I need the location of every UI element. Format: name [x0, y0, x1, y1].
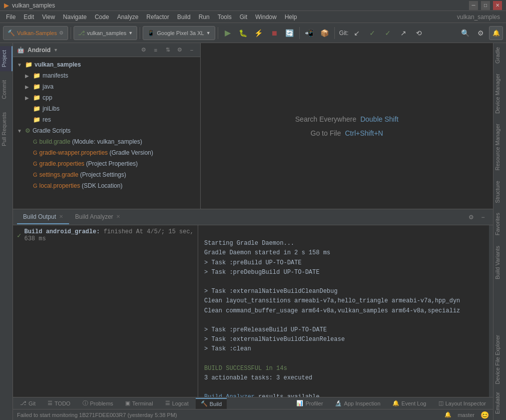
build-variants-label[interactable]: Build Variants: [493, 242, 506, 283]
build-analyzer-link[interactable]: Build Analyzer: [204, 393, 255, 397]
close-panel-icon[interactable]: −: [187, 46, 196, 55]
sync-button[interactable]: 🔄: [283, 26, 297, 40]
git-commit-button[interactable]: ✓: [365, 26, 379, 40]
git-update-button[interactable]: ↙: [350, 26, 364, 40]
tree-item-root[interactable]: ▼ 📁 vulkan_samples: [13, 59, 200, 70]
profile-button[interactable]: ⚡: [252, 26, 266, 40]
editor-area: Search Everywhere Double Shift Go to Fil…: [201, 43, 493, 209]
settings-button[interactable]: ⚙: [473, 26, 487, 40]
tab-todo[interactable]: ☰ TODO: [43, 398, 76, 409]
pull-requests-label[interactable]: Pull Requests: [0, 108, 13, 150]
goto-hint-row: Go to File Ctrl+Shift+N: [311, 129, 383, 137]
menu-item-build[interactable]: Build: [173, 13, 195, 22]
tree-item-build-gradle[interactable]: G build.gradle (Module: vulkan_samples): [13, 136, 200, 147]
device-file-explorer-label[interactable]: Device File Explorer: [493, 331, 506, 388]
structure-label[interactable]: Structure: [493, 177, 506, 207]
branch-status[interactable]: master: [457, 412, 474, 418]
resource-manager-label[interactable]: Resource Manager: [493, 120, 506, 175]
collapse-all-icon[interactable]: ≡: [151, 46, 160, 55]
favorites-label[interactable]: Favorites: [493, 209, 506, 239]
tab-build-analyzer[interactable]: Build Analyzer ✕: [69, 210, 126, 224]
gear-icon[interactable]: ⚙: [175, 46, 184, 55]
branch-dropdown[interactable]: ⎇ vulkan_samples ▼: [74, 26, 138, 40]
tree-item-jnilibs[interactable]: 📁 jniLibs: [13, 103, 200, 114]
menu-item-run[interactable]: Run: [195, 13, 214, 22]
tree-item-manifests[interactable]: ▶ 📁 manifests: [13, 70, 200, 81]
menu-item-git[interactable]: Git: [236, 13, 251, 22]
menu-item-edit[interactable]: Edit: [20, 13, 38, 22]
tab-git[interactable]: ⎇ Git: [15, 398, 41, 409]
run-button[interactable]: ▶: [221, 26, 235, 40]
log-line-5: > Task :externalNativeBuildCleanDebug: [204, 288, 337, 295]
log-line-11: BUILD SUCCESSFUL in 14s: [204, 365, 287, 372]
device-manager-label[interactable]: Device Manager: [493, 70, 506, 118]
tree-item-gradle-scripts[interactable]: ▼ ⚙ Gradle Scripts: [13, 125, 200, 136]
tab-event-log[interactable]: 🔔 Event Log: [387, 398, 431, 409]
settings-icon[interactable]: ⚙: [139, 46, 148, 55]
notifications-icon[interactable]: 🔔: [444, 411, 451, 418]
menu-item-view[interactable]: View: [38, 13, 59, 22]
tab-layout-inspector[interactable]: ◫ Layout Inspector: [433, 398, 491, 409]
tree-item-gradle-properties[interactable]: G gradle.properties (Project Properties): [13, 158, 200, 169]
log-line-8: > Task :preReleaseBuild UP-TO-DATE: [204, 326, 327, 333]
build-sidebar: ✓ Build android_gradle: finished At 4/5/…: [13, 225, 198, 397]
stop-button[interactable]: ⏹: [267, 26, 281, 40]
tab-build[interactable]: 🔨 Build: [196, 398, 227, 409]
tab-profiler[interactable]: 📊 Profiler: [291, 398, 328, 409]
minimize-button[interactable]: ─: [469, 1, 478, 10]
gradle-panel-label[interactable]: Gradle: [493, 43, 506, 68]
build-scrollbar[interactable]: [489, 225, 493, 397]
tab-build-output-close[interactable]: ✕: [59, 214, 63, 219]
tree-item-res[interactable]: 📁 res: [13, 114, 200, 125]
commit-panel-label[interactable]: Commit: [0, 76, 13, 103]
menu-item-file[interactable]: File: [2, 13, 20, 22]
tab-build-analyzer-close[interactable]: ✕: [116, 214, 120, 219]
tree-item-settings-gradle[interactable]: G settings.gradle (Project Settings): [13, 169, 200, 180]
sort-icon[interactable]: ⇅: [163, 46, 172, 55]
tab-logcat[interactable]: ☰ Logcat: [160, 398, 194, 409]
git-history-button[interactable]: ↗: [396, 26, 410, 40]
device-dropdown[interactable]: 📱 Google Pixel 3a XL ▼: [143, 26, 215, 40]
avd-button[interactable]: 📲: [302, 26, 316, 40]
menu-item-window[interactable]: Window: [251, 13, 281, 22]
tab-terminal[interactable]: ▣ Terminal: [120, 398, 158, 409]
notifications-button[interactable]: 🔔: [489, 26, 503, 40]
search-button[interactable]: 🔍: [458, 26, 472, 40]
tab-problems[interactable]: ⓘ Problems: [78, 398, 118, 409]
content-area: Project Commit Pull Requests 🤖 Android ▼…: [0, 43, 506, 420]
project-panel-label[interactable]: Project: [0, 46, 13, 71]
tab-app-inspection[interactable]: 🔬 App Inspection: [330, 398, 385, 409]
menu-item-analyze[interactable]: Analyze: [113, 13, 143, 22]
menu-item-help[interactable]: Help: [281, 13, 301, 22]
git-push-button[interactable]: ✓: [381, 26, 395, 40]
status-message: Failed to start monitoring 1B271FDEE003R…: [17, 412, 438, 418]
menu-item-code[interactable]: Code: [91, 13, 113, 22]
gradle-wrapper-label: gradle-wrapper.properties (Gradle Versio…: [40, 149, 153, 156]
log-line-12: 3 actionable tasks: 3 executed: [204, 374, 312, 381]
git-rollback-button[interactable]: ⟲: [412, 26, 426, 40]
tree-item-java[interactable]: ▶ 📁 java: [13, 81, 200, 92]
emulator-label[interactable]: Emulator: [493, 388, 506, 418]
tab-build-output[interactable]: Build Output ✕: [17, 210, 69, 224]
maximize-button[interactable]: □: [481, 1, 490, 10]
java-label: java: [43, 83, 54, 90]
dropdown-chevron[interactable]: ▼: [54, 48, 58, 53]
debug-button[interactable]: 🐛: [236, 26, 250, 40]
logcat-tab-icon: ☰: [165, 400, 170, 406]
build-minimize-button[interactable]: −: [477, 211, 489, 223]
project-dropdown[interactable]: 🔨 Vulkan-Samples ⚙: [3, 26, 68, 40]
close-button[interactable]: ✕: [493, 1, 502, 10]
sdk-button[interactable]: 📦: [318, 26, 332, 40]
tree-item-local-properties[interactable]: G local.properties (SDK Location): [13, 180, 200, 191]
menu-item-navigate[interactable]: Navigate: [59, 13, 91, 22]
log-line-10: > Task :clean: [204, 345, 251, 352]
build-gradle-label: build.gradle (Module: vulkan_samples): [40, 138, 142, 145]
build-settings-button[interactable]: ⚙: [465, 211, 477, 223]
toolbar-sep-5: [334, 27, 335, 39]
menu-item-refactor[interactable]: Refactor: [143, 13, 173, 22]
android-icon: 🤖: [17, 47, 25, 54]
tree-item-gradle-wrapper[interactable]: G gradle-wrapper.properties (Gradle Vers…: [13, 147, 200, 158]
menu-item-tools[interactable]: Tools: [214, 13, 236, 22]
log-line-13: Build Analyzer results available: [204, 393, 319, 397]
tree-item-cpp[interactable]: ▶ 📁 cpp: [13, 92, 200, 103]
